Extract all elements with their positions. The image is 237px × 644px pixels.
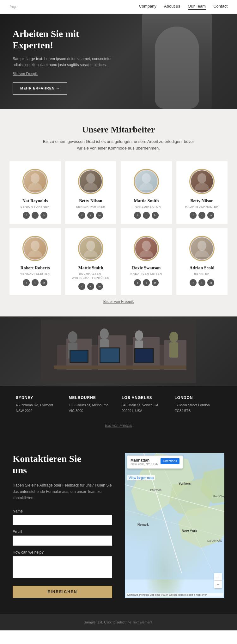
team-card: Robert Roberts VERKAUFSLEITER f t in: [9, 228, 61, 295]
svg-rect-30: [54, 365, 186, 369]
hero-image-credit[interactable]: Bild von Freepik: [13, 72, 120, 76]
svg-point-7: [195, 183, 209, 190]
view-larger-map-link[interactable]: View larger map: [127, 475, 155, 480]
hero-section: Arbeiten Sie mit Experten! Sample large …: [0, 14, 237, 109]
member-role: BUCHHALTER-WIRTSCHAFTSPRÜFER: [70, 272, 111, 280]
svg-point-15: [195, 250, 209, 257]
svg-point-24: [100, 328, 109, 339]
map-place-sub: New York, NY, USA: [131, 463, 158, 466]
directions-button[interactable]: Directions: [161, 458, 179, 464]
instagram-icon[interactable]: in: [40, 212, 47, 219]
nav-company[interactable]: Company: [139, 4, 156, 10]
twitter-icon[interactable]: t: [87, 283, 94, 290]
social-icons: f t in: [126, 279, 167, 286]
svg-point-5: [139, 183, 153, 190]
member-role: FINANZDIREKTOR: [126, 205, 167, 209]
twitter-icon[interactable]: t: [32, 212, 39, 219]
facebook-icon[interactable]: f: [134, 279, 141, 286]
facebook-icon[interactable]: f: [78, 283, 85, 290]
twitter-icon[interactable]: t: [198, 279, 205, 286]
facebook-icon[interactable]: f: [23, 279, 30, 286]
footer-text: Sample text. Click to select the Text El…: [84, 620, 153, 624]
team-card: Betty Nilson HAUPTBUCHHALTER f t in: [176, 161, 228, 224]
email-input[interactable]: [13, 536, 112, 546]
office-location: MELBOURNE 163 Collins St, MelbourneVIC 3…: [66, 396, 119, 414]
instagram-icon[interactable]: in: [207, 212, 214, 219]
svg-rect-29: [169, 342, 178, 358]
map-info-card: Manhattan New York, NY, USA Directions: [127, 456, 183, 469]
city-address: 340 Main St, Venice CA902291, USA: [122, 402, 168, 414]
member-name: Robert Roberts: [15, 266, 56, 271]
twitter-icon[interactable]: t: [143, 212, 150, 219]
zoom-in-button[interactable]: +: [214, 573, 222, 581]
svg-text:New York: New York: [182, 529, 198, 533]
social-icons: f t in: [15, 212, 56, 219]
twitter-icon[interactable]: t: [87, 212, 94, 219]
team-subtitle: Bis zu einem gewissen Grad ist es uns ge…: [43, 138, 194, 152]
map-roads-svg: Yonkers Newark New York Paterson Port Ch…: [125, 453, 224, 598]
twitter-icon[interactable]: t: [32, 279, 39, 286]
team-card: Mattie Smith FINANZDIREKTOR f t in: [121, 161, 172, 224]
twitter-icon[interactable]: t: [143, 279, 150, 286]
facebook-icon[interactable]: f: [78, 212, 85, 219]
team-grid-row1: Nat Reynolds SENIOR PARTNER f t in Betty…: [9, 161, 228, 295]
avatar-inner: [191, 170, 213, 193]
member-name: Roxie Swanson: [126, 266, 167, 271]
instagram-icon[interactable]: in: [96, 212, 103, 219]
instagram-icon[interactable]: in: [152, 212, 159, 219]
social-icons: f t in: [15, 279, 56, 286]
team-card: Roxie Swanson KREATIVER LEITER f t in: [121, 228, 172, 295]
hero-figure: [142, 14, 212, 109]
nav-about[interactable]: About us: [164, 4, 180, 10]
team-credit-link[interactable]: Freepik: [121, 299, 134, 304]
facebook-icon[interactable]: f: [190, 212, 197, 219]
instagram-icon[interactable]: in: [40, 279, 47, 286]
member-role: HAUPTBUCHHALTER: [181, 205, 222, 209]
instagram-icon[interactable]: in: [152, 279, 159, 286]
facebook-icon[interactable]: f: [23, 212, 30, 219]
facebook-icon[interactable]: f: [134, 212, 141, 219]
avatar-inner: [24, 170, 46, 193]
contact-heading: Kontaktieren Sie uns: [13, 453, 112, 476]
zoom-out-button[interactable]: −: [214, 581, 222, 588]
member-role: BERATER: [181, 272, 222, 276]
name-field-group: Name: [13, 509, 112, 525]
message-textarea[interactable]: [13, 556, 112, 578]
hero-cta-button[interactable]: MEHR ERFAHREN →: [13, 82, 67, 95]
credit-link[interactable]: Freepik: [26, 72, 38, 76]
avatar-ring: [22, 169, 48, 194]
avatar-inner: [80, 237, 102, 260]
svg-point-1: [28, 183, 42, 190]
team-heading: Unsere Mitarbeiter: [9, 125, 228, 135]
svg-text:Yonkers: Yonkers: [179, 482, 191, 485]
office-credit-link[interactable]: Freepik: [119, 423, 132, 428]
member-name: Mattie Smith: [70, 266, 111, 271]
nav-contact[interactable]: Contact: [213, 4, 228, 10]
svg-point-13: [139, 250, 153, 257]
submit-button[interactable]: EINREICHEN: [13, 586, 112, 598]
office-location: SYDNEY 45 Pirrama Rd, PyrmontNSW 2022: [13, 396, 66, 414]
message-label: How can we help?: [13, 550, 112, 555]
svg-point-14: [198, 241, 206, 251]
city-name: LONDON: [175, 396, 222, 400]
team-image-credit: Bilder von Freepik: [9, 299, 228, 307]
member-role: VERKAUFSLEITER: [15, 272, 56, 276]
nav-links: Company About us Our Team Contact: [139, 4, 228, 10]
office-section: SYDNEY 45 Pirrama Rd, PyrmontNSW 2022 ME…: [0, 316, 237, 440]
avatar-ring: [134, 236, 159, 261]
logo: logo: [9, 4, 17, 9]
avatar-inner: [80, 170, 102, 193]
twitter-icon[interactable]: t: [198, 212, 205, 219]
facebook-icon[interactable]: f: [190, 279, 197, 286]
svg-rect-36: [135, 349, 153, 362]
hero-person: [155, 27, 199, 109]
member-role: KREATIVER LEITER: [126, 272, 167, 276]
nav-our-team[interactable]: Our Team: [188, 4, 206, 10]
svg-rect-34: [100, 348, 119, 362]
hero-body: Sample large text. Lorem ipsum dolor sit…: [13, 56, 120, 68]
instagram-icon[interactable]: in: [207, 279, 214, 286]
name-input[interactable]: [13, 515, 112, 525]
instagram-icon[interactable]: in: [96, 283, 103, 290]
avatar-ring: [189, 169, 215, 194]
svg-point-3: [84, 183, 98, 190]
